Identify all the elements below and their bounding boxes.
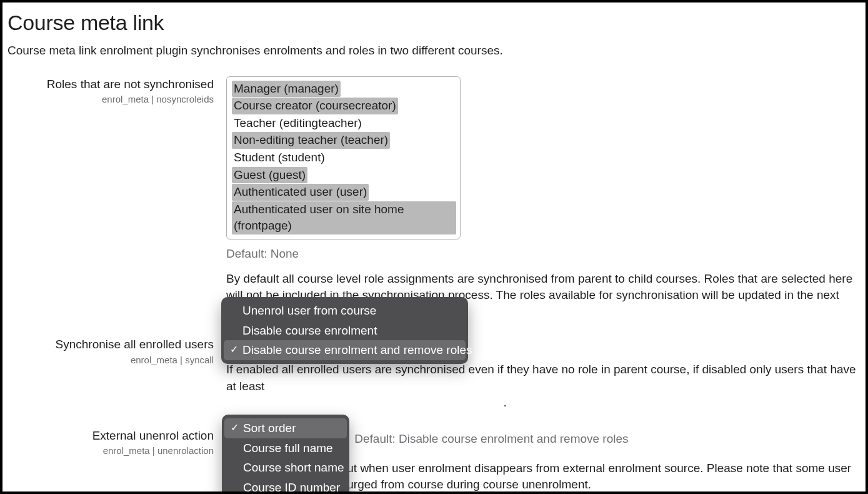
dropdown-option-label: Disable course enrolment [242,324,377,337]
label-nosyncroleids: Roles that are not synchronised [7,76,214,93]
row-nosyncroleids: Roles that are not synchronised enrol_me… [7,76,861,321]
settings-page: Course meta link Course meta link enrolm… [0,0,868,494]
role-option[interactable]: Guest (guest) [232,167,307,184]
checkmark-icon: ✓ [230,343,238,356]
label-syncall: Synchronise all enrolled users [7,336,214,353]
dropdown-option-label: Sort order [243,421,296,435]
dropdown-coursesort[interactable]: ✓Sort orderCourse full nameCourse short … [222,415,349,494]
dropdown-option[interactable]: Unenrol user from course [224,301,466,321]
role-option[interactable]: Manager (manager) [232,81,341,98]
dropdown-option[interactable]: Course full name [224,438,347,458]
role-option[interactable]: Authenticated user on site home (frontpa… [232,201,456,234]
key-unenrolaction: enrol_meta | unenrolaction [7,445,214,457]
dropdown-option-label: Course full name [243,441,333,455]
dropdown-option[interactable]: ✓Sort order [224,418,347,438]
default-nosyncroleids: Default: None [226,246,861,262]
role-option[interactable]: Student (student) [232,149,327,166]
dropdown-option[interactable]: Course short name [224,458,347,478]
dropdown-unenrolaction[interactable]: Unenrol user from courseDisable course e… [221,297,468,364]
checkmark-icon: ✓ [231,421,239,435]
default-unenrolaction: Default: Disable course enrolment and re… [354,432,628,445]
dropdown-option-label: Course short name [243,461,344,474]
key-syncall: enrol_meta | syncall [7,354,214,366]
desc-syncall-b: . [504,396,507,409]
page-title: Course meta link [7,9,861,38]
dropdown-option[interactable]: Disable course enrolment [224,321,466,341]
role-option[interactable]: Authenticated user (user) [232,184,369,201]
desc-syncall: If enabled all enrolled users are synchr… [226,361,857,411]
dropdown-option-label: Unenrol user from course [242,304,376,317]
role-option[interactable]: Non-editing teacher (teacher) [232,132,390,149]
page-subtitle: Course meta link enrolment plugin synchr… [7,43,861,59]
dropdown-option-label: Disable course enrolment and remove role… [242,343,472,356]
row-unenrolaction: External unenrol action enrol_meta | une… [7,428,861,493]
multiselect-roles[interactable]: Manager (manager)Course creator (coursec… [226,76,461,239]
role-option[interactable]: Course creator (coursecreator) [232,98,398,114]
dropdown-option[interactable]: ✓Disable course enrolment and remove rol… [224,340,466,360]
key-nosyncroleids: enrol_meta | nosyncroleids [7,93,214,106]
desc-syncall-a: If enabled all enrolled users are synchr… [226,363,856,393]
role-option[interactable]: Teacher (editingteacher) [232,115,364,132]
label-unenrolaction: External unenrol action [7,428,214,444]
